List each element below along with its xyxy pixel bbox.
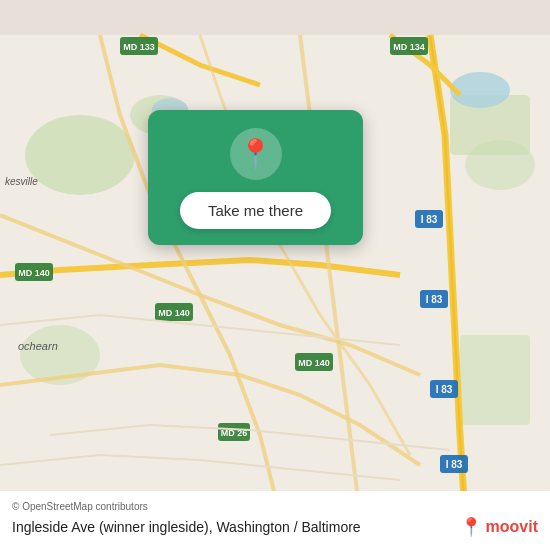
location-info: Ingleside Ave (winner ingleside), Washin…: [12, 516, 538, 538]
map-attribution: © OpenStreetMap contributors: [12, 501, 538, 512]
svg-text:kesville: kesville: [5, 176, 38, 187]
svg-text:MD 134: MD 134: [393, 42, 425, 52]
moovit-logo: 📍 moovit: [460, 516, 538, 538]
svg-text:MD 133: MD 133: [123, 42, 155, 52]
svg-rect-5: [460, 335, 530, 425]
svg-text:I 83: I 83: [421, 214, 438, 225]
bottom-bar: © OpenStreetMap contributors Ingleside A…: [0, 491, 550, 550]
svg-text:MD 140: MD 140: [298, 358, 330, 368]
svg-text:I 83: I 83: [426, 294, 443, 305]
svg-text:MD 140: MD 140: [18, 268, 50, 278]
location-name: Ingleside Ave (winner ingleside), Washin…: [12, 519, 460, 535]
svg-text:MD 140: MD 140: [158, 308, 190, 318]
moovit-pin-icon: 📍: [460, 516, 482, 538]
popup-card: 📍 Take me there: [148, 110, 363, 245]
svg-point-4: [465, 140, 535, 190]
svg-text:I 83: I 83: [436, 384, 453, 395]
svg-point-1: [25, 115, 135, 195]
location-icon-wrapper: 📍: [230, 128, 282, 180]
svg-text:ochearn: ochearn: [18, 340, 58, 352]
svg-text:I 83: I 83: [446, 459, 463, 470]
svg-point-7: [450, 72, 510, 108]
moovit-brand-text: moovit: [486, 518, 538, 536]
map-container: I 83 I 83 I 83 I 83 MD 133 MD 134 MD 140…: [0, 0, 550, 550]
attribution-text: © OpenStreetMap contributors: [12, 501, 148, 512]
take-me-there-button[interactable]: Take me there: [180, 192, 331, 229]
location-pin-icon: 📍: [238, 140, 273, 168]
map-background: I 83 I 83 I 83 I 83 MD 133 MD 134 MD 140…: [0, 0, 550, 550]
